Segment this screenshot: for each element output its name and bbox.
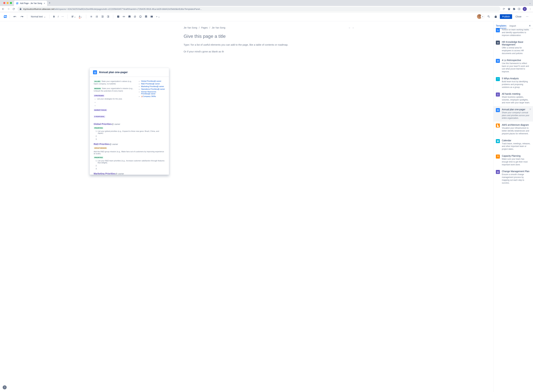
template-item[interactable]: ⊞ HR Knowledge Base Management Offer a c…: [494, 39, 533, 57]
template-item[interactable]: ▙ AWS architecture diagram Visualize you…: [494, 121, 533, 137]
template-icon: ▤: [496, 170, 500, 174]
panel-close-button[interactable]: ×: [529, 24, 531, 28]
template-title: AWS architecture diagram: [502, 124, 531, 126]
template-icon: ▤: [496, 108, 500, 112]
layouts-button[interactable]: [149, 14, 154, 19]
templates-tab[interactable]: Templates: [496, 23, 506, 28]
tab-close-icon[interactable]: ×: [44, 2, 45, 5]
template-item[interactable]: ▤ Annual plan one-pager Share your compa…: [494, 106, 533, 121]
star-icon[interactable]: [508, 8, 510, 10]
nav-back-button[interactable]: [2, 7, 5, 10]
page-title-input[interactable]: Give this page a title: [184, 34, 310, 39]
template-item[interactable]: ⊞ 4 Ls Retrospective Use this framework …: [494, 57, 533, 75]
rd-priorities-heading: R&D Priorities@ owner: [94, 143, 165, 145]
svg-point-3: [139, 16, 141, 18]
publish-button[interactable]: Publish: [500, 14, 512, 19]
help-button[interactable]: ?: [3, 385, 7, 389]
template-desc: Share business updates, victories, emplo…: [502, 96, 531, 104]
share-icon[interactable]: [503, 8, 505, 10]
nav-reload-button[interactable]: [12, 8, 15, 10]
template-preview-icon: ▤: [93, 70, 97, 74]
template-desc: Make sure your team has enough time to g…: [502, 158, 531, 166]
browser-tab[interactable]: Add Page - Jie Yan Song ×: [14, 1, 47, 6]
window-close[interactable]: [3, 2, 5, 4]
url-field[interactable]: mycloudconfluence.atlassian.net/wiki/spa…: [17, 7, 500, 11]
template-title: 5 Whys Analysis: [502, 77, 531, 80]
svg-rect-7: [152, 16, 153, 18]
insert-more-button[interactable]: + ⌄: [155, 14, 161, 19]
star-icon[interactable]: ☆: [529, 108, 531, 110]
sidepanel-icon[interactable]: [518, 8, 520, 10]
breadcrumb-item[interactable]: Pages: [201, 26, 208, 29]
template-item[interactable]: ↻ Reflect on team working habits and ide…: [494, 28, 533, 39]
template-icon: ⊞: [496, 59, 500, 63]
template-item[interactable]: ▦ Calendar Track leave, meetings, releas…: [494, 137, 533, 153]
template-item[interactable]: ⚗ Capacity Planning Make sure your team …: [494, 153, 533, 168]
window-minimize[interactable]: [7, 2, 9, 4]
extensions-icon[interactable]: [513, 8, 515, 10]
template-icon: ▙: [496, 124, 500, 127]
breadcrumb-item[interactable]: Jie Yan Song: [184, 26, 197, 29]
search-button[interactable]: [486, 14, 491, 19]
svg-rect-0: [518, 8, 520, 10]
three-year-label: 3-YEAR GOAL: [94, 115, 105, 118]
template-icon: ⚗: [496, 154, 500, 159]
template-title: Change Management Plan: [502, 170, 531, 173]
template-item[interactable]: ☰ All hands meeting Share business updat…: [494, 91, 533, 106]
close-editor-button[interactable]: Close: [514, 14, 523, 19]
action-item-button[interactable]: [116, 14, 121, 19]
tabs-chevron-icon[interactable]: ⌄: [527, 2, 533, 4]
global-priorities-heading: Global Priorities@ owner: [94, 123, 165, 125]
image-button[interactable]: [127, 14, 132, 19]
emoji-button[interactable]: [138, 14, 143, 19]
align-button[interactable]: ⌄: [70, 14, 77, 19]
templates-panel: Templates Import × ↻ Reflect on team wor…: [493, 21, 533, 392]
undo-button[interactable]: [12, 14, 18, 19]
template-title: 4 Ls Retrospective: [502, 59, 531, 61]
numbered-list-button[interactable]: [94, 14, 99, 19]
bold-button[interactable]: B: [52, 14, 56, 19]
text-color-button[interactable]: A ⌄: [78, 14, 84, 19]
indent-button[interactable]: [106, 14, 111, 19]
expand-width-button[interactable]: ← →: [348, 27, 354, 29]
restrictions-button[interactable]: [493, 14, 499, 19]
confluence-favicon: [16, 2, 19, 5]
new-tab-button[interactable]: +: [47, 1, 52, 5]
traffic-lights: [1, 2, 14, 4]
text-style-dropdown[interactable]: Normal text ⌄: [29, 14, 47, 19]
profile-avatar[interactable]: H: [523, 7, 527, 11]
url-actions: H ⋮: [503, 7, 531, 11]
template-item[interactable]: ? 5 Whys Analysis Build team trust by id…: [494, 75, 533, 91]
url-text: mycloudconfluence.atlassian.net/wiki/spa…: [23, 8, 202, 10]
url-bar: mycloudconfluence.atlassian.net/wiki/spa…: [0, 6, 533, 12]
marketing-priorities-heading: Marketing Priorities@ owner: [94, 172, 165, 175]
italic-button[interactable]: I: [56, 14, 60, 19]
breadcrumb-item[interactable]: Jie Yan Song: [212, 26, 225, 29]
values-label: VALUES: [94, 80, 101, 83]
app-toolbar: Normal text ⌄ B I ⋯ ⌄ A ⌄ @ + ⌄ + Publis…: [0, 12, 533, 21]
mission-label: MISSION: [94, 87, 101, 90]
template-icon: ⊞: [496, 41, 500, 45]
template-preview-popup: ▤ Annual plan one-pager VALUES State you…: [89, 68, 169, 175]
more-formatting-button[interactable]: ⋯: [60, 14, 65, 19]
add-collaborator-button[interactable]: +: [481, 14, 485, 19]
confluence-logo[interactable]: [3, 14, 7, 19]
link-button[interactable]: [121, 14, 126, 19]
window-maximize[interactable]: [10, 2, 12, 4]
template-title: HR Knowledge Base Management: [502, 41, 531, 46]
redo-button[interactable]: [19, 14, 25, 19]
import-tab[interactable]: Import: [510, 23, 516, 28]
template-list[interactable]: ↻ Reflect on team working habits and ide…: [494, 28, 533, 392]
table-button[interactable]: [144, 14, 149, 19]
template-item[interactable]: ▤ Change Management Plan Ensure a smooth…: [494, 168, 533, 186]
template-desc: Offer a central area for employees to ac…: [502, 47, 531, 55]
editor-area[interactable]: Jie Yan Song / Pages / Jie Yan Song ← → …: [0, 21, 493, 392]
mention-button[interactable]: @: [132, 14, 137, 19]
outdent-button[interactable]: [100, 14, 105, 19]
more-actions-button[interactable]: ⋯: [525, 14, 530, 19]
chrome-menu-icon[interactable]: ⋮: [529, 8, 531, 10]
bullet-list-button[interactable]: [88, 14, 94, 19]
template-title: Calendar: [502, 139, 531, 142]
nav-forward-button: [7, 7, 10, 10]
template-title: All hands meeting: [502, 93, 531, 95]
